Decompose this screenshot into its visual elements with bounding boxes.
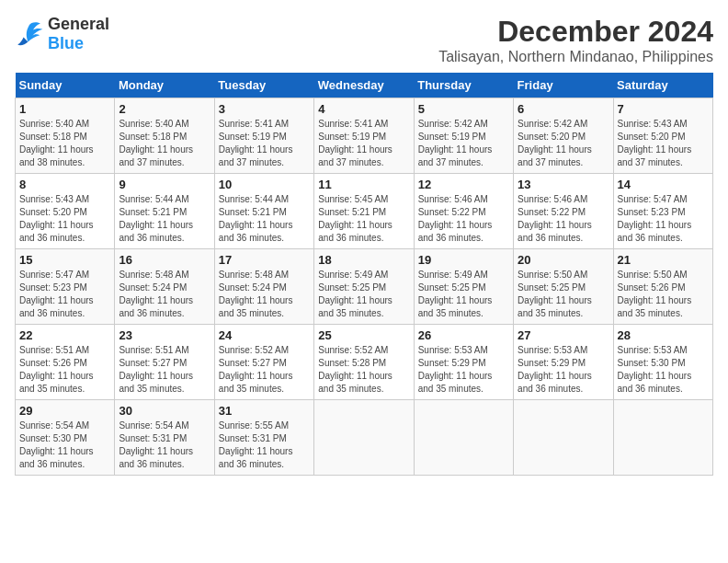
page-header: General Blue December 2024 Talisayan, No… <box>15 15 713 65</box>
day-info: Sunrise: 5:53 AM Sunset: 5:30 PM Dayligh… <box>618 344 709 396</box>
day-info: Sunrise: 5:42 AM Sunset: 5:19 PM Dayligh… <box>418 118 509 169</box>
day-info: Sunrise: 5:43 AM Sunset: 5:20 PM Dayligh… <box>618 118 709 169</box>
day-info: Sunrise: 5:43 AM Sunset: 5:20 PM Dayligh… <box>19 193 110 245</box>
calendar-cell: 2Sunrise: 5:40 AM Sunset: 5:18 PM Daylig… <box>115 98 214 174</box>
day-info: Sunrise: 5:51 AM Sunset: 5:26 PM Dayligh… <box>19 344 110 396</box>
day-info: Sunrise: 5:40 AM Sunset: 5:18 PM Dayligh… <box>19 118 110 169</box>
day-number: 11 <box>318 178 409 191</box>
day-number: 12 <box>418 178 509 191</box>
day-number: 22 <box>19 328 110 342</box>
day-number: 1 <box>19 102 110 116</box>
calendar-cell: 25Sunrise: 5:52 AM Sunset: 5:28 PM Dayli… <box>314 325 414 400</box>
day-number: 6 <box>518 102 609 116</box>
calendar-cell: 30Sunrise: 5:54 AM Sunset: 5:31 PM Dayli… <box>115 400 214 476</box>
day-info: Sunrise: 5:47 AM Sunset: 5:23 PM Dayligh… <box>618 193 709 245</box>
calendar-cell: 21Sunrise: 5:50 AM Sunset: 5:26 PM Dayli… <box>613 249 712 325</box>
calendar-cell: 6Sunrise: 5:42 AM Sunset: 5:20 PM Daylig… <box>514 98 613 174</box>
calendar-cell: 4Sunrise: 5:41 AM Sunset: 5:19 PM Daylig… <box>314 98 414 174</box>
day-number: 15 <box>19 253 110 267</box>
day-number: 9 <box>119 178 210 191</box>
logo: General Blue <box>15 15 109 53</box>
calendar-cell: 3Sunrise: 5:41 AM Sunset: 5:19 PM Daylig… <box>214 98 313 174</box>
day-info: Sunrise: 5:40 AM Sunset: 5:18 PM Dayligh… <box>119 118 210 169</box>
day-number: 21 <box>618 253 709 267</box>
day-info: Sunrise: 5:53 AM Sunset: 5:29 PM Dayligh… <box>418 344 509 396</box>
day-number: 25 <box>318 328 409 342</box>
day-number: 13 <box>518 178 609 191</box>
calendar-cell <box>613 400 712 476</box>
day-info: Sunrise: 5:54 AM Sunset: 5:30 PM Dayligh… <box>19 419 110 471</box>
calendar-cell: 7Sunrise: 5:43 AM Sunset: 5:20 PM Daylig… <box>613 98 712 174</box>
calendar-cell: 5Sunrise: 5:42 AM Sunset: 5:19 PM Daylig… <box>414 98 513 174</box>
day-info: Sunrise: 5:52 AM Sunset: 5:28 PM Dayligh… <box>318 344 409 396</box>
day-info: Sunrise: 5:49 AM Sunset: 5:25 PM Dayligh… <box>318 269 409 320</box>
day-number: 27 <box>518 328 609 342</box>
calendar-week-row: 1Sunrise: 5:40 AM Sunset: 5:18 PM Daylig… <box>16 98 713 174</box>
calendar-cell: 11Sunrise: 5:45 AM Sunset: 5:21 PM Dayli… <box>314 174 414 249</box>
calendar-cell: 23Sunrise: 5:51 AM Sunset: 5:27 PM Dayli… <box>115 325 214 400</box>
day-number: 3 <box>219 102 310 116</box>
day-info: Sunrise: 5:55 AM Sunset: 5:31 PM Dayligh… <box>219 419 310 471</box>
day-info: Sunrise: 5:50 AM Sunset: 5:26 PM Dayligh… <box>618 269 709 320</box>
calendar-week-row: 22Sunrise: 5:51 AM Sunset: 5:26 PM Dayli… <box>16 325 713 400</box>
day-info: Sunrise: 5:46 AM Sunset: 5:22 PM Dayligh… <box>418 193 509 245</box>
day-number: 19 <box>418 253 509 267</box>
day-info: Sunrise: 5:44 AM Sunset: 5:21 PM Dayligh… <box>219 193 310 245</box>
calendar-cell: 1Sunrise: 5:40 AM Sunset: 5:18 PM Daylig… <box>16 98 115 174</box>
weekday-header-row: SundayMondayTuesdayWednesdayThursdayFrid… <box>16 73 713 98</box>
weekday-header-friday: Friday <box>514 73 613 98</box>
day-number: 10 <box>219 178 310 191</box>
day-number: 26 <box>418 328 509 342</box>
month-title: December 2024 <box>438 15 713 49</box>
calendar-table: SundayMondayTuesdayWednesdayThursdayFrid… <box>15 73 713 476</box>
calendar-cell: 27Sunrise: 5:53 AM Sunset: 5:29 PM Dayli… <box>514 325 613 400</box>
day-info: Sunrise: 5:47 AM Sunset: 5:23 PM Dayligh… <box>19 269 110 320</box>
day-info: Sunrise: 5:49 AM Sunset: 5:25 PM Dayligh… <box>418 269 509 320</box>
calendar-cell: 28Sunrise: 5:53 AM Sunset: 5:30 PM Dayli… <box>613 325 712 400</box>
day-info: Sunrise: 5:45 AM Sunset: 5:21 PM Dayligh… <box>318 193 409 245</box>
day-number: 29 <box>19 404 110 418</box>
calendar-cell: 19Sunrise: 5:49 AM Sunset: 5:25 PM Dayli… <box>414 249 513 325</box>
day-info: Sunrise: 5:46 AM Sunset: 5:22 PM Dayligh… <box>518 193 609 245</box>
calendar-cell: 12Sunrise: 5:46 AM Sunset: 5:22 PM Dayli… <box>414 174 513 249</box>
weekday-header-saturday: Saturday <box>613 73 712 98</box>
day-info: Sunrise: 5:54 AM Sunset: 5:31 PM Dayligh… <box>119 419 210 471</box>
calendar-cell: 18Sunrise: 5:49 AM Sunset: 5:25 PM Dayli… <box>314 249 414 325</box>
day-number: 20 <box>518 253 609 267</box>
day-number: 17 <box>219 253 310 267</box>
day-info: Sunrise: 5:44 AM Sunset: 5:21 PM Dayligh… <box>119 193 210 245</box>
day-number: 5 <box>418 102 509 116</box>
calendar-cell: 14Sunrise: 5:47 AM Sunset: 5:23 PM Dayli… <box>613 174 712 249</box>
day-info: Sunrise: 5:42 AM Sunset: 5:20 PM Dayligh… <box>518 118 609 169</box>
day-number: 7 <box>618 102 709 116</box>
weekday-header-thursday: Thursday <box>414 73 513 98</box>
day-number: 14 <box>618 178 709 191</box>
day-info: Sunrise: 5:50 AM Sunset: 5:25 PM Dayligh… <box>518 269 609 320</box>
day-number: 8 <box>19 178 110 191</box>
logo-text: General Blue <box>48 15 109 53</box>
day-number: 28 <box>618 328 709 342</box>
weekday-header-monday: Monday <box>115 73 214 98</box>
calendar-cell <box>314 400 414 476</box>
calendar-cell: 17Sunrise: 5:48 AM Sunset: 5:24 PM Dayli… <box>214 249 313 325</box>
calendar-cell: 31Sunrise: 5:55 AM Sunset: 5:31 PM Dayli… <box>214 400 313 476</box>
day-number: 18 <box>318 253 409 267</box>
day-number: 2 <box>119 102 210 116</box>
logo-bird-icon <box>15 21 44 47</box>
calendar-cell <box>414 400 513 476</box>
calendar-week-row: 29Sunrise: 5:54 AM Sunset: 5:30 PM Dayli… <box>16 400 713 476</box>
day-info: Sunrise: 5:51 AM Sunset: 5:27 PM Dayligh… <box>119 344 210 396</box>
calendar-cell: 26Sunrise: 5:53 AM Sunset: 5:29 PM Dayli… <box>414 325 513 400</box>
calendar-cell <box>514 400 613 476</box>
calendar-week-row: 15Sunrise: 5:47 AM Sunset: 5:23 PM Dayli… <box>16 249 713 325</box>
calendar-cell: 29Sunrise: 5:54 AM Sunset: 5:30 PM Dayli… <box>16 400 115 476</box>
day-info: Sunrise: 5:41 AM Sunset: 5:19 PM Dayligh… <box>219 118 310 169</box>
calendar-cell: 13Sunrise: 5:46 AM Sunset: 5:22 PM Dayli… <box>514 174 613 249</box>
weekday-header-wednesday: Wednesday <box>314 73 414 98</box>
day-info: Sunrise: 5:48 AM Sunset: 5:24 PM Dayligh… <box>219 269 310 320</box>
day-info: Sunrise: 5:53 AM Sunset: 5:29 PM Dayligh… <box>518 344 609 396</box>
day-info: Sunrise: 5:48 AM Sunset: 5:24 PM Dayligh… <box>119 269 210 320</box>
day-info: Sunrise: 5:52 AM Sunset: 5:27 PM Dayligh… <box>219 344 310 396</box>
calendar-cell: 24Sunrise: 5:52 AM Sunset: 5:27 PM Dayli… <box>214 325 313 400</box>
day-number: 24 <box>219 328 310 342</box>
